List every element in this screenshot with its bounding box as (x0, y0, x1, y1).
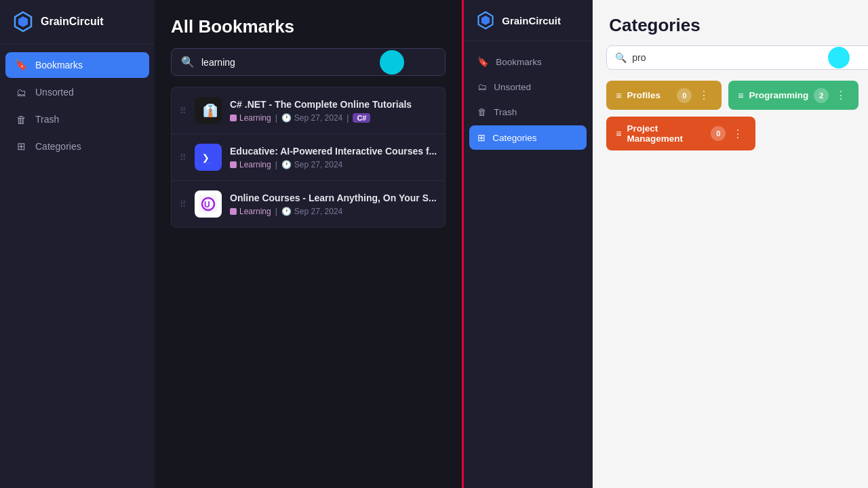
category-list-icon: ≡ (616, 128, 621, 139)
main-header: All Bookmarks (155, 0, 462, 48)
table-row[interactable]: ⠿ 👔 C# .NET - The Complete Online Tutori… (171, 87, 446, 134)
table-row[interactable]: ⠿ U Online Courses - Learn Anything, On … (171, 180, 446, 228)
trash2-icon: 🗑 (477, 107, 487, 117)
logo-text: GrainCircuit (41, 16, 103, 28)
bookmark-date: 🕐 Sep 27, 2024 (281, 207, 342, 216)
bookmark-meta: Learning | 🕐 Sep 27, 2024 (230, 160, 437, 169)
sidebar-item-unsorted[interactable]: 🗂 Unsorted (5, 79, 149, 105)
category-dot (230, 161, 237, 168)
bookmark-category: Learning (230, 160, 271, 169)
drag-handle-icon[interactable]: ⠿ (180, 199, 186, 209)
category-card-project-management[interactable]: ≡ Project Management 0 ⋮ (606, 117, 755, 150)
category-card-left: ≡ Project Management (616, 123, 705, 144)
folder2-icon: 🗂 (477, 82, 487, 92)
categories-header: Categories (593, 0, 868, 45)
bookmark-favicon: ❯ _ (195, 144, 222, 171)
category-dot (230, 115, 237, 121)
category-more-button[interactable]: ⋮ (696, 87, 712, 103)
bookmark-date: 🕐 Sep 27, 2024 (281, 160, 342, 169)
sidebar-item-label: Categories (35, 141, 81, 152)
bookmark-meta: Learning | 🕐 Sep 27, 2024 (230, 207, 437, 216)
sidebar2-item-trash[interactable]: 🗑 Trash (469, 100, 587, 124)
category-label: Profiles (627, 90, 660, 100)
clock-icon: 🕐 (281, 207, 292, 216)
second-nav: 🔖 Bookmarks 🗂 Unsorted 🗑 Trash ⊞ Categor… (464, 41, 592, 158)
bookmark-date: 🕐 Sep 27, 2024 (281, 113, 342, 123)
category-card-left: ≡ Programming (738, 90, 808, 101)
category-card-right: 0 ⋮ (677, 87, 712, 103)
bookmark-favicon: U (195, 190, 222, 218)
page-title: All Bookmarks (171, 16, 446, 37)
bookmark-title: Online Courses - Learn Anything, On Your… (230, 192, 437, 203)
categories-grid: ≡ Profiles 0 ⋮ ≡ Programming 2 ⋮ (593, 81, 868, 150)
bookmark-info: Online Courses - Learn Anything, On Your… (230, 192, 437, 216)
bookmark-title: Educative: AI-Powered Interactive Course… (230, 146, 437, 157)
sidebar2-item-unsorted[interactable]: 🗂 Unsorted (469, 75, 587, 99)
drag-handle-icon[interactable]: ⠿ (180, 152, 186, 163)
search-box-container: 🔍 (171, 48, 446, 76)
clock-icon: 🕐 (281, 160, 292, 169)
second-logo-text: GrainCircuit (502, 15, 561, 26)
svg-text:U: U (204, 200, 210, 209)
cat-search-cursor-bubble (828, 47, 850, 68)
category-list-icon: ≡ (738, 90, 743, 101)
clock-icon: 🕐 (281, 113, 292, 123)
bookmark-list: ⠿ 👔 C# .NET - The Complete Online Tutori… (155, 87, 462, 228)
category-card-profiles[interactable]: ≡ Profiles 0 ⋮ (606, 81, 722, 110)
category-dot (230, 208, 237, 215)
category-more-button[interactable]: ⋮ (833, 87, 849, 103)
categories-title: Categories (609, 15, 868, 36)
folder-icon: 🗂 (15, 86, 27, 98)
category-card-programming[interactable]: ≡ Programming 2 ⋮ (728, 81, 859, 110)
right-panel: GrainCircuit 🔖 Bookmarks 🗂 Unsorted 🗑 Tr… (464, 0, 868, 488)
logo-icon (12, 11, 34, 33)
grid2-icon: ⊞ (477, 132, 486, 143)
sidebar-item-label: Trash (35, 114, 59, 125)
cat-search-icon: 🔍 (615, 52, 627, 63)
grid-icon: ⊞ (15, 140, 27, 152)
second-logo-icon (476, 11, 495, 30)
categories-panel: Categories 🔍 ≡ Profiles 0 ⋮ (593, 0, 868, 488)
category-count-badge: 0 (677, 88, 692, 103)
svg-text:_: _ (206, 156, 211, 163)
bookmark-info: C# .NET - The Complete Online Tutorials … (230, 99, 437, 123)
sidebar2-item-bookmarks[interactable]: 🔖 Bookmarks (469, 49, 587, 74)
svg-marker-11 (481, 16, 490, 25)
bookmark-info: Educative: AI-Powered Interactive Course… (230, 146, 437, 169)
svg-text:👔: 👔 (203, 103, 217, 118)
bookmark-icon: 🔖 (15, 59, 27, 71)
bookmark-favicon: 👔 (195, 97, 222, 124)
drag-handle-icon[interactable]: ⠿ (180, 106, 186, 116)
sidebar-item-categories[interactable]: ⊞ Categories (5, 134, 149, 159)
search-icon: 🔍 (181, 56, 195, 68)
categories-search-area: 🔍 (593, 45, 868, 81)
second-sidebar: GrainCircuit 🔖 Bookmarks 🗂 Unsorted 🗑 Tr… (464, 0, 593, 488)
sidebar-item-label: Bookmarks (35, 60, 83, 70)
left-logo-area: GrainCircuit (0, 0, 155, 44)
sidebar-item-bookmarks[interactable]: 🔖 Bookmarks (5, 52, 149, 78)
categories-search-box: 🔍 (606, 45, 868, 70)
sidebar-item-label: Unsorted (35, 87, 74, 98)
bookmark-category: Learning (230, 113, 271, 123)
category-label: Programming (749, 90, 808, 100)
category-card-right: 2 ⋮ (814, 87, 849, 103)
category-more-button[interactable]: ⋮ (730, 126, 746, 142)
csharp-badge: C# (353, 113, 370, 123)
sidebar2-item-categories[interactable]: ⊞ Categories (469, 125, 587, 150)
left-nav: 🔖 Bookmarks 🗂 Unsorted 🗑 Trash ⊞ Categor… (0, 44, 155, 167)
category-list-icon: ≡ (616, 90, 621, 101)
category-card-left: ≡ Profiles (616, 90, 660, 101)
sidebar-item-trash[interactable]: 🗑 Trash (5, 106, 149, 132)
svg-marker-1 (18, 16, 28, 27)
search-area: 🔍 (155, 48, 462, 87)
category-count-badge: 2 (814, 88, 829, 103)
bookmark2-icon: 🔖 (477, 56, 489, 67)
udemy-logo-icon: U (199, 195, 217, 213)
bookmark-category: Learning (230, 207, 271, 216)
dotnet-logo-icon: 👔 (199, 102, 217, 119)
category-card-right: 0 ⋮ (711, 126, 746, 142)
table-row[interactable]: ⠿ ❯ _ Educative: AI-Powered Interactive … (171, 134, 446, 180)
category-count-badge: 0 (711, 126, 726, 141)
bookmark-meta: Learning | 🕐 Sep 27, 2024 | C# (230, 113, 437, 123)
second-logo-area: GrainCircuit (464, 0, 592, 41)
